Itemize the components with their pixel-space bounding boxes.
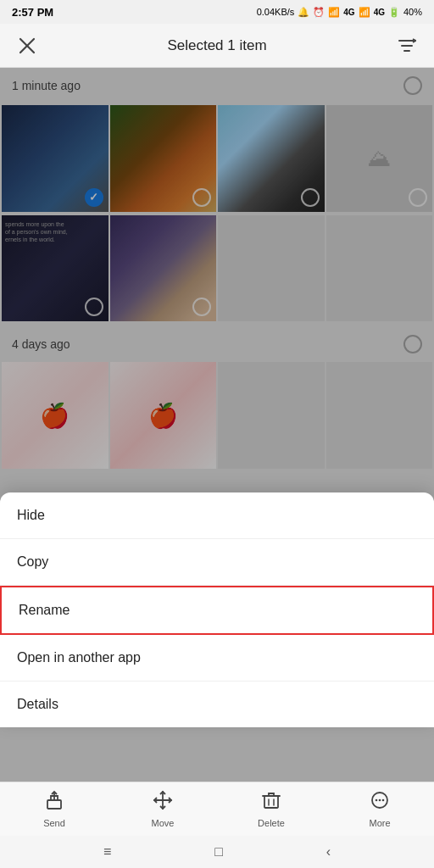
system-back-btn[interactable]: ‹ bbox=[326, 844, 331, 860]
nav-move-label: Move bbox=[152, 818, 175, 828]
nav-delete-label: Delete bbox=[258, 818, 285, 828]
bottom-nav: Send Move Delete bbox=[0, 782, 434, 836]
battery-percent: 40% bbox=[403, 7, 422, 17]
move-icon bbox=[153, 790, 173, 815]
context-menu: Hide Copy Rename Open in another app Det… bbox=[0, 492, 434, 727]
top-bar: Selected 1 item bbox=[0, 24, 434, 68]
svg-rect-9 bbox=[264, 796, 278, 808]
clock-icon: ⏰ bbox=[313, 7, 325, 18]
menu-item-open-another[interactable]: Open in another app bbox=[0, 635, 434, 682]
nav-more-label: More bbox=[369, 818, 390, 828]
nav-move[interactable]: Move bbox=[137, 790, 188, 828]
selection-title: Selected 1 item bbox=[167, 37, 266, 54]
menu-item-details[interactable]: Details bbox=[0, 682, 434, 727]
nav-send[interactable]: Send bbox=[29, 790, 80, 828]
battery-icon: 🔋 bbox=[388, 7, 400, 18]
signal-icon-2: 📶 bbox=[359, 7, 370, 18]
system-home-btn[interactable]: □ bbox=[214, 844, 223, 860]
system-nav: ≡ □ ‹ bbox=[0, 836, 434, 868]
status-time: 2:57 PM bbox=[12, 6, 53, 19]
nav-send-label: Send bbox=[43, 818, 65, 828]
menu-item-hide[interactable]: Hide bbox=[0, 492, 434, 539]
menu-item-rename[interactable]: Rename bbox=[0, 586, 434, 635]
nav-delete[interactable]: Delete bbox=[246, 790, 297, 828]
menu-item-copy[interactable]: Copy bbox=[0, 539, 434, 586]
network-4g-2: 4G bbox=[374, 8, 385, 17]
signal-icon: 📶 bbox=[328, 7, 340, 18]
svg-point-15 bbox=[379, 799, 381, 802]
delete-icon bbox=[261, 790, 281, 815]
close-button[interactable] bbox=[14, 32, 41, 59]
status-right: 0.04KB/s 🔔 ⏰ 📶 4G 📶 4G 🔋 40% bbox=[257, 7, 422, 18]
network-speed: 0.04KB/s bbox=[257, 7, 295, 17]
svg-rect-5 bbox=[47, 800, 61, 809]
more-icon bbox=[370, 790, 390, 815]
filter-button[interactable] bbox=[393, 32, 420, 59]
nav-more[interactable]: More bbox=[354, 790, 405, 828]
send-icon bbox=[44, 790, 64, 815]
svg-point-16 bbox=[382, 799, 385, 802]
svg-point-14 bbox=[376, 799, 378, 802]
main-content: 1 minute ago ⛰ spends more upon theof a … bbox=[0, 68, 434, 782]
system-menu-btn[interactable]: ≡ bbox=[103, 844, 111, 860]
alarm-icon: 🔔 bbox=[298, 7, 309, 18]
status-bar: 2:57 PM 0.04KB/s 🔔 ⏰ 📶 4G 📶 4G 🔋 40% bbox=[0, 0, 434, 24]
network-4g: 4G bbox=[343, 8, 354, 17]
